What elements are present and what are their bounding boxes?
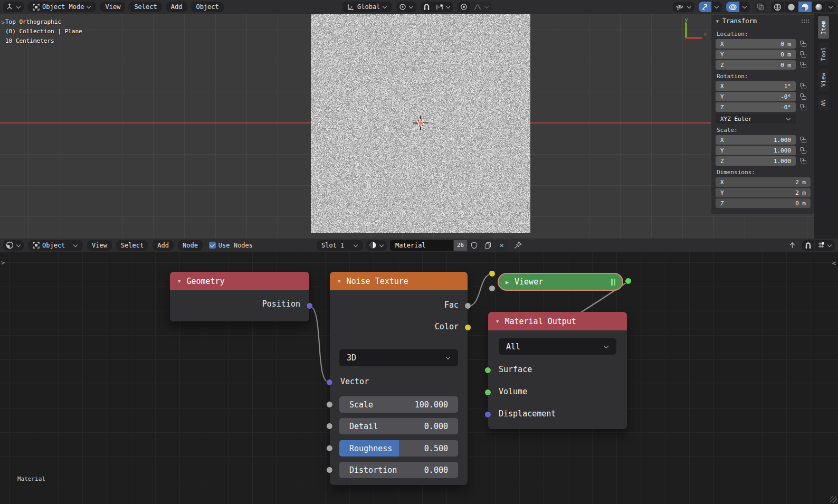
lock-icon[interactable] (800, 93, 806, 100)
collapse-icon[interactable]: ▼ (496, 319, 499, 324)
noise-distortion-field[interactable]: Distortion0.000 (339, 462, 458, 478)
node-viewer[interactable]: ▶ Viewer (498, 273, 623, 291)
pivot-point-dropdown[interactable] (396, 2, 416, 12)
collapse-icon[interactable]: ▼ (178, 279, 180, 284)
rotation-x-field[interactable]: X1° (716, 81, 796, 91)
menu-node[interactable]: Node (178, 240, 203, 251)
shading-rendered-button[interactable] (812, 2, 825, 12)
show-gizmo-toggle[interactable] (699, 2, 711, 12)
tab-item[interactable]: Item (818, 16, 829, 39)
socket-surface-input[interactable] (484, 367, 491, 374)
socket-position-output[interactable] (306, 302, 313, 309)
node-geometry-header[interactable]: ▼ Geometry (170, 272, 309, 290)
collapse-icon[interactable]: ▼ (338, 279, 340, 284)
scale-x-field[interactable]: X1.000 (716, 135, 796, 145)
location-z-field[interactable]: Z0 m (716, 60, 796, 70)
noise-roughness-slider[interactable]: Roughness0.500 (339, 440, 458, 457)
sidebar-expand-arrow[interactable]: < (832, 261, 836, 266)
scale-y-field[interactable]: Y1.000 (716, 146, 796, 155)
gizmo-dropdown[interactable] (712, 2, 722, 12)
snap-target-dropdown[interactable] (815, 240, 835, 251)
shader-type-dropdown[interactable]: Object (28, 240, 83, 251)
overlays-dropdown[interactable] (740, 2, 750, 12)
node-material-output[interactable]: ▼ Material Output All Surface Volume Dis… (488, 312, 627, 429)
menu-object[interactable]: Object (191, 2, 223, 12)
lock-icon[interactable] (800, 147, 806, 154)
browse-material-button[interactable] (366, 240, 387, 251)
editor-corner-grip[interactable] (830, 496, 837, 503)
new-material-button[interactable] (481, 240, 494, 251)
node-noise-texture[interactable]: ▼ Noise Texture Fac Color 3D Vector Scal… (330, 272, 468, 485)
shading-material-preview-button[interactable] (798, 2, 812, 12)
proportional-editing-button[interactable] (458, 2, 470, 12)
lock-icon[interactable] (800, 41, 806, 47)
lock-icon[interactable] (800, 62, 806, 68)
snap-toggle-button[interactable] (421, 2, 433, 12)
panel-grip-icon[interactable] (801, 19, 810, 23)
panel-header[interactable]: ▼ Transform (711, 15, 814, 27)
menu-select[interactable]: Select (116, 240, 148, 251)
object-visibility-dropdown[interactable] (673, 2, 694, 12)
socket-vector-input[interactable] (326, 379, 333, 386)
checkbox-checked-icon[interactable] (209, 242, 216, 249)
expand-icon[interactable]: ▶ (506, 279, 509, 285)
transform-orientation-dropdown[interactable]: Global (342, 2, 392, 12)
proportional-falloff-dropdown[interactable] (471, 2, 492, 12)
tab-tool[interactable]: Tool (818, 43, 829, 65)
socket-viewer-color-input[interactable] (489, 270, 496, 277)
menu-add[interactable]: Add (153, 240, 174, 251)
lock-icon[interactable] (800, 137, 806, 143)
menu-view[interactable]: View (87, 240, 112, 251)
node-material-output-header[interactable]: ▼ Material Output (488, 312, 627, 330)
socket-scale-input[interactable] (326, 401, 333, 408)
noise-scale-field[interactable]: Scale100.000 (339, 396, 458, 413)
toolbar-expand-arrow[interactable]: > (1, 260, 5, 265)
socket-displacement-input[interactable] (484, 411, 491, 418)
socket-distortion-input[interactable] (326, 467, 333, 473)
use-nodes-toggle[interactable]: Use Nodes (209, 242, 253, 249)
menu-select[interactable]: Select (129, 2, 161, 12)
output-target-dropdown[interactable]: All (499, 338, 616, 355)
axis-mini-gizmo[interactable]: y x (679, 17, 707, 44)
lock-icon[interactable] (800, 104, 806, 110)
rotation-mode-dropdown[interactable]: XYZ Euler (716, 114, 796, 123)
snap-target-dropdown[interactable] (433, 2, 453, 12)
unlink-material-button[interactable]: × (495, 240, 508, 251)
socket-viewer-output[interactable] (625, 278, 632, 284)
dimensions-x-field[interactable]: X2 m (716, 177, 811, 187)
location-y-field[interactable]: Y0 m (716, 50, 796, 59)
go-to-parent-node-tree-button[interactable] (786, 240, 799, 251)
editor-type-button[interactable] (3, 2, 24, 12)
shading-solid-button[interactable] (785, 2, 798, 12)
fake-user-button[interactable] (468, 240, 481, 251)
tab-an[interactable]: AN (818, 95, 829, 110)
node-noise-header[interactable]: ▼ Noise Texture (330, 272, 468, 290)
lock-icon[interactable] (800, 51, 806, 58)
lock-icon[interactable] (800, 158, 806, 164)
location-x-field[interactable]: X0 m (716, 39, 796, 49)
xray-toggle[interactable] (754, 2, 767, 12)
socket-fac-output[interactable] (464, 302, 471, 309)
dimensions-y-field[interactable]: Y2 m (716, 188, 811, 197)
socket-viewer-value-input[interactable] (489, 285, 496, 292)
material-slot-dropdown[interactable]: Slot 1 (317, 240, 363, 251)
shading-wireframe-button[interactable] (771, 2, 784, 12)
socket-detail-input[interactable] (326, 423, 333, 430)
panel-collapse-icon[interactable]: ▼ (716, 19, 719, 24)
material-users-count[interactable]: 26 (454, 240, 467, 251)
rotation-y-field[interactable]: Y-0° (716, 92, 796, 101)
socket-color-output[interactable] (464, 324, 471, 331)
scale-z-field[interactable]: Z1.000 (716, 156, 796, 166)
pin-button[interactable] (511, 240, 525, 251)
mode-dropdown[interactable]: Object Mode (28, 2, 96, 12)
menu-add[interactable]: Add (166, 2, 187, 12)
lock-icon[interactable] (800, 83, 806, 89)
socket-volume-input[interactable] (484, 389, 491, 396)
menu-view[interactable]: View (100, 2, 125, 12)
node-geometry[interactable]: ▼ Geometry Position (170, 272, 309, 321)
node-editor-canvas[interactable]: ▼ Geometry Position ▼ Noise Texture Fac … (0, 252, 838, 504)
toolbar-expand-arrow[interactable]: > (1, 20, 5, 25)
socket-roughness-input[interactable] (326, 445, 333, 452)
dimensions-z-field[interactable]: Z0 m (716, 198, 811, 208)
noise-dimensions-dropdown[interactable]: 3D (339, 349, 458, 366)
